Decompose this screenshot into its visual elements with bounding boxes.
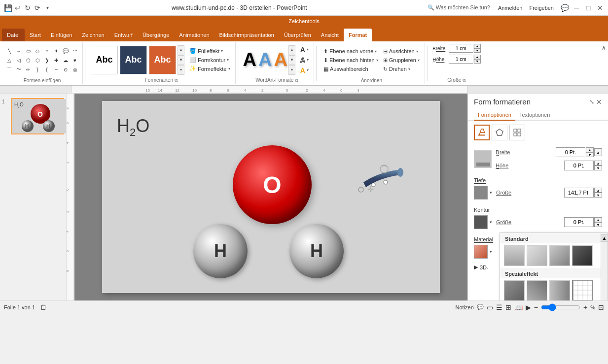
- close-btn[interactable]: ✕: [596, 4, 604, 12]
- tab-format[interactable]: Format: [344, 29, 372, 41]
- panel-resize-icon[interactable]: ⤡: [589, 99, 594, 105]
- collapse-ribbon-btn[interactable]: ∧: [602, 44, 606, 51]
- ausrichten-arrow[interactable]: ▾: [416, 49, 418, 54]
- cloud-shape[interactable]: ☁: [61, 56, 70, 65]
- tab-animationen[interactable]: Animationen: [174, 29, 214, 41]
- tab-ueberpruefen[interactable]: Überprüfen: [279, 29, 316, 41]
- slidesorter-icon[interactable]: ⊞: [505, 303, 511, 311]
- hexagon-shape[interactable]: ⬡: [33, 56, 42, 65]
- breite-panel-down[interactable]: ▼: [586, 152, 594, 157]
- kontur-up[interactable]: ▲: [594, 217, 602, 222]
- tiefe-input[interactable]: [564, 188, 594, 198]
- triangle-shape[interactable]: △: [5, 56, 14, 65]
- fuelleffekt-btn[interactable]: 🪣 Fülleffekt ▾: [187, 47, 232, 55]
- rtriangle-shape[interactable]: ◁: [14, 56, 23, 65]
- formenart-dark[interactable]: Abc: [120, 46, 147, 74]
- redo-icon[interactable]: ↻: [24, 4, 32, 12]
- scroll-expand[interactable]: ▾: [178, 65, 184, 75]
- text-fill-arrow[interactable]: ▾: [307, 47, 309, 52]
- text-effects-btn[interactable]: A ▾: [298, 66, 311, 75]
- material-dark[interactable]: [572, 245, 593, 266]
- kontur-input[interactable]: [564, 217, 594, 227]
- hydrogen-ball-2[interactable]: H: [289, 224, 344, 278]
- material-sharp[interactable]: [549, 245, 570, 266]
- kontur-down[interactable]: ▼: [594, 222, 602, 227]
- text-outline-btn[interactable]: A ▾: [298, 55, 311, 65]
- reading-view-icon[interactable]: 📖: [514, 303, 523, 311]
- ebene-vorne-arrow[interactable]: ▾: [375, 49, 377, 54]
- formeffekte-btn[interactable]: ✨ Formeffekte ▾: [187, 65, 232, 73]
- fit-window-icon[interactable]: ⊡: [598, 303, 604, 311]
- gruppieren-arrow[interactable]: ▾: [418, 58, 420, 63]
- material-warm[interactable]: [527, 245, 547, 266]
- groesse-expand-icon[interactable]: ⧉: [463, 78, 465, 83]
- tab-ansicht[interactable]: Ansicht: [316, 29, 344, 41]
- panel-fill-icon-btn[interactable]: [474, 125, 490, 140]
- anmelden-btn[interactable]: Anmelden: [498, 5, 523, 11]
- panel-shape-icon-btn[interactable]: [492, 125, 507, 140]
- material-dropdown-arrow[interactable]: ▾: [490, 249, 492, 254]
- brace-shape[interactable]: {: [42, 65, 51, 74]
- effects-dropdown-arrow[interactable]: ▾: [228, 66, 230, 71]
- more-icon[interactable]: ▾: [43, 4, 51, 12]
- more-shapes[interactable]: ⋯: [71, 46, 79, 55]
- color-preview-swatch[interactable]: [474, 150, 492, 168]
- search-box[interactable]: 🔍 Was möchten Sie tun?: [428, 4, 490, 11]
- arc-shape[interactable]: ⌢: [52, 65, 61, 74]
- tab-bildschirm[interactable]: Bildschirmpräsentation: [215, 29, 279, 41]
- plus-shape[interactable]: ✚: [52, 56, 61, 65]
- hoehe-panel-down[interactable]: ▼: [594, 165, 602, 170]
- formkontur-btn[interactable]: ⬜ Formkontur ▾: [187, 56, 232, 64]
- wordart-item-1[interactable]: A: [243, 49, 256, 70]
- refresh-icon[interactable]: ⟳: [34, 4, 41, 12]
- breite-panel-up[interactable]: ▲: [586, 147, 594, 152]
- save-icon[interactable]: 💾: [4, 4, 12, 12]
- text-fill-btn[interactable]: A ▾: [298, 45, 311, 55]
- wordart-item-3[interactable]: A: [274, 49, 287, 70]
- hoehe-panel-up[interactable]: ▲: [594, 161, 602, 165]
- line-shape[interactable]: ╲: [5, 46, 14, 55]
- dropdown-scroll-up-btn[interactable]: ▲: [601, 234, 608, 242]
- material-wire[interactable]: [572, 280, 593, 300]
- breite-down[interactable]: ▼: [474, 48, 481, 53]
- hoehe-input[interactable]: 1 cm: [449, 55, 473, 64]
- undo-icon[interactable]: ↩: [14, 4, 22, 12]
- material-metal3[interactable]: [549, 280, 570, 300]
- tab-entwurf[interactable]: Entwurf: [109, 29, 138, 41]
- curve-shape[interactable]: ⌒: [5, 65, 14, 74]
- oxygen-ball[interactable]: O: [233, 145, 312, 224]
- ebene-hinten-btn[interactable]: ⬇ Ebene nach hinten ▾: [322, 56, 380, 65]
- diamond-shape[interactable]: ◇: [33, 46, 42, 55]
- pie-shape[interactable]: ⊙: [61, 65, 70, 74]
- maximize-btn[interactable]: □: [584, 4, 592, 12]
- hydrogen-ball-1[interactable]: H: [193, 224, 248, 278]
- comment-icon[interactable]: 💬: [561, 4, 569, 12]
- text-effects-arrow[interactable]: ▾: [307, 68, 309, 72]
- panel-grid-icon-btn[interactable]: [509, 125, 525, 140]
- connector-tool[interactable]: ✛: [349, 160, 398, 199]
- wa-scroll-up[interactable]: ▲: [288, 45, 295, 55]
- border-dropdown-arrow[interactable]: ▾: [227, 58, 229, 62]
- tab-formoptionen[interactable]: Formoptionen: [474, 110, 515, 121]
- chevron-shape[interactable]: ❯: [42, 56, 51, 65]
- zoom-slider[interactable]: [541, 303, 580, 311]
- ebene-hinten-arrow[interactable]: ▾: [376, 58, 378, 63]
- text-outline-arrow[interactable]: ▾: [307, 58, 309, 62]
- breite-input[interactable]: 1 cm: [449, 44, 473, 53]
- material-flat[interactable]: [504, 245, 525, 266]
- circle-shape[interactable]: ○: [42, 46, 51, 55]
- star-shape[interactable]: ✦: [52, 46, 61, 55]
- scroll-down[interactable]: ▼: [178, 55, 184, 65]
- breite-up[interactable]: ▲: [474, 44, 481, 48]
- formenarten-expand-icon[interactable]: ⧉: [175, 78, 178, 83]
- heart-shape[interactable]: ♥: [71, 56, 79, 65]
- callout-shape[interactable]: 💬: [61, 46, 70, 55]
- tab-uebergaenge[interactable]: Übergänge: [138, 29, 174, 41]
- hoehe-down[interactable]: ▼: [474, 59, 481, 64]
- scribble-shape[interactable]: ✏: [24, 65, 33, 74]
- tab-zeichnen[interactable]: Zeichnen: [77, 29, 109, 41]
- drehen-arrow[interactable]: ▾: [408, 67, 410, 71]
- slide-notes-icon[interactable]: 🗒: [40, 303, 47, 311]
- ebene-vorne-btn[interactable]: ⬆ Ebene nach vorne ▾: [322, 47, 380, 56]
- tab-start[interactable]: Start: [25, 29, 46, 41]
